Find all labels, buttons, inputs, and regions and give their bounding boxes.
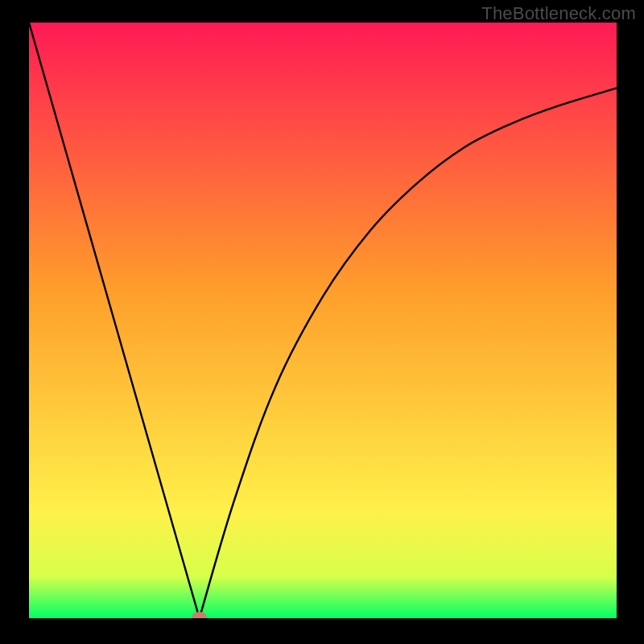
gradient-background [29, 23, 617, 618]
chart-container: TheBottleneck.com [0, 0, 644, 644]
plot-area [29, 23, 617, 618]
chart-svg [29, 23, 617, 618]
watermark-text: TheBottleneck.com [481, 3, 636, 24]
